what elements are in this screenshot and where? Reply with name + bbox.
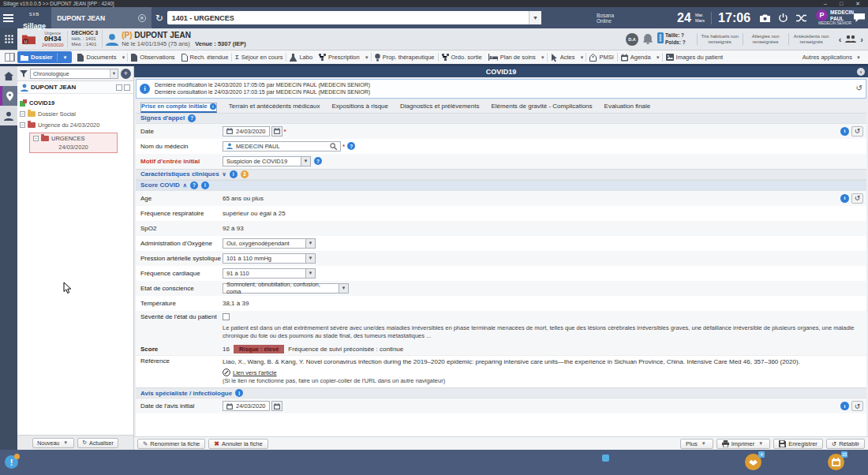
panel-icon[interactable] [124,84,130,91]
collapse-toggle-icon[interactable]: − [20,122,25,128]
collapse-toggle-icon[interactable]: − [33,136,39,141]
close-icon[interactable]: ✕ [855,1,860,7]
chevron-down-icon[interactable]: ∨ [223,171,226,178]
home-icon[interactable] [0,66,17,86]
patient-tab[interactable]: DUPONT JEAN ✕ [51,7,152,28]
urgence-folder-icon[interactable]: U [22,34,36,44]
article-link[interactable]: Lien vers l'article [233,369,277,376]
tree-node-dossier-social[interactable]: − Dossier Social [20,108,131,119]
bell-icon[interactable] [643,34,653,44]
severite-checkbox[interactable] [223,313,230,320]
tab-terrain[interactable]: Terrain et antécédents médicaux [229,103,320,113]
chevron-down-icon[interactable]: ▼ [363,55,371,60]
add-button[interactable]: + [121,69,131,79]
sort-select[interactable]: Chronologique ▼ [30,69,118,79]
enregistrer-button[interactable]: Enregistrer [773,439,823,449]
chevron-down-icon[interactable]: ▼ [529,11,541,24]
menu-item-labo[interactable]: Labo [286,51,316,63]
menu-item-plan-de-soins[interactable]: Plan de soins [485,51,539,63]
layout-icon[interactable] [5,53,15,62]
status-mini-icon[interactable] [602,454,609,462]
camera-icon[interactable] [760,14,770,22]
info-icon[interactable]: i [235,389,243,397]
handshake-status-icon[interactable]: 4 [745,454,761,470]
tab-evaluation[interactable]: Evaluation finale [604,103,651,113]
annuler-fiche-button[interactable]: ✖ Annuler la fiche [208,439,268,449]
help-icon[interactable]: ? [314,157,322,165]
search-icon[interactable] [330,143,337,150]
tab-diagnostics[interactable]: Diagnostics et prélèvements [400,103,480,113]
antecedents-cell[interactable]: Antécédents non renseignés [788,33,834,46]
info-icon[interactable]: i [230,170,238,178]
tree-node-covid19[interactable]: COVID19 [20,97,131,108]
menu-item-rech-etendue[interactable]: Rech. étendue [178,51,232,63]
da-badge[interactable]: D.A [626,33,638,46]
info-icon[interactable]: i [201,181,209,189]
history-icon[interactable]: ↺ [856,84,862,92]
help-icon[interactable]: ? [188,114,196,122]
chevron-down-icon[interactable]: ▼ [578,55,586,60]
patient-icon[interactable] [0,106,17,125]
conscience-select[interactable]: Somnolent, obnubilation, confusion, coma… [223,283,349,294]
autres-applications[interactable]: Autres applications ▼ [803,54,866,61]
unit-select[interactable]: 1401 - URGENCES ▼ [167,11,541,24]
tab-expositions[interactable]: Expositions à risque [331,103,388,113]
pression-select[interactable]: 101 à 110 mmHg ▼ [223,253,316,264]
calendar-picker-button[interactable] [271,126,282,137]
group-icon[interactable] [844,35,857,43]
collapse-panel-icon[interactable]: › [857,68,865,76]
menu-item-documents[interactable]: Documents [74,51,119,63]
maximize-icon[interactable]: □ [840,1,843,7]
imprimer-button[interactable]: Imprimer ▼ [716,439,771,449]
location-pin-icon[interactable] [0,86,17,106]
menu-item-observations[interactable]: Observations [128,51,178,63]
calendar-picker-button[interactable] [271,401,282,411]
chat-bubble-icon[interactable] [854,13,865,22]
motif-select[interactable]: Suspicion de COVID19 ▼ [223,156,311,166]
minimize-icon[interactable]: – [824,1,827,7]
chevron-down-icon[interactable]: ▼ [62,55,69,60]
retablir-button[interactable]: ↺ Rétablir [826,439,865,449]
trts-habituels-cell[interactable]: Trts habituels non renseignés [697,33,743,46]
collapse-toggle-icon[interactable]: − [20,111,25,117]
help-icon[interactable]: ? [190,181,198,189]
history-button[interactable]: ↺ [851,401,863,411]
chevron-right-icon[interactable]: › [860,35,863,44]
chevron-down-icon[interactable]: ▼ [305,269,315,278]
oxygene-select[interactable]: Oui, oxygénodépendant ▼ [223,238,316,249]
history-button[interactable]: ↺ [851,126,863,137]
nouveau-button[interactable]: Nouveau ▼ [32,438,74,448]
panel-icon[interactable] [116,84,122,91]
menu-item-prescription[interactable]: Prescription [316,51,363,63]
plus-button[interactable]: Plus ▼ [680,439,713,449]
tab-gravite[interactable]: Eléments de gravité - Complications [492,103,593,113]
apps-grid-icon[interactable] [0,28,17,50]
hamburger-menu-icon[interactable] [0,14,17,22]
menu-item-dossier[interactable]: Dossier ▼ [17,51,72,63]
info-icon[interactable]: i [840,402,849,410]
avis-date-input[interactable]: 24/03/2020 [223,401,270,411]
medecin-input[interactable]: MEDECIN PAUL [223,141,341,151]
menu-item-ordo-sortie[interactable]: Ordo. sortie [439,51,485,63]
menu-item-pmsi[interactable]: PMSI [586,51,616,63]
help-icon[interactable]: ? [347,142,355,150]
menu-item-actes[interactable]: Actes [548,51,578,63]
tree-node-urgences-selected[interactable]: − URGENCES 24/03/2020 [29,133,118,153]
info-icon[interactable]: i [840,127,849,136]
date-input[interactable]: 24/03/2020 [223,126,270,137]
current-user[interactable]: P MEDECIN PAUL MEDECIN SENIOR [816,9,854,26]
renommer-fiche-button[interactable]: ✎ Renommer la fiche [137,439,205,449]
chevron-down-icon[interactable]: ▼ [339,284,348,293]
menu-item-prop-therapeutique[interactable]: Prop. thérapeutique [372,51,438,63]
chevron-down-icon[interactable]: ▼ [305,239,315,248]
chevron-down-icon[interactable]: ▼ [301,157,310,166]
menu-item-images-du-patient[interactable]: Images du patient [663,51,727,63]
chevron-down-icon[interactable]: ▼ [539,55,547,60]
menu-item-agenda[interactable]: Agenda [618,51,654,63]
filter-funnel-icon[interactable] [20,70,28,77]
shuffle-icon[interactable] [796,14,806,22]
chevron-down-icon[interactable]: ▼ [654,55,662,60]
allergies-cell[interactable]: Allergies non renseignées [743,33,788,46]
chevron-left-icon[interactable]: ‹ [839,35,842,44]
actualiser-button[interactable]: ↻ Actualiser [77,438,118,448]
